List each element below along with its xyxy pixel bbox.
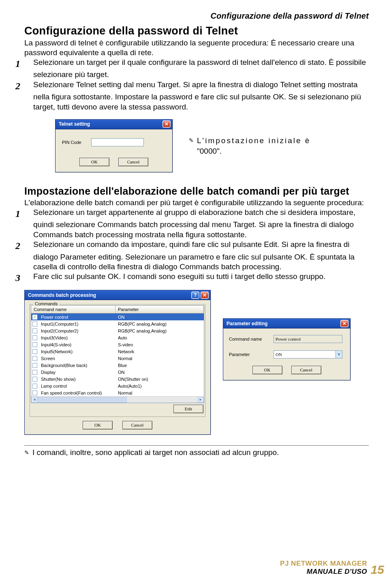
table-row[interactable]: Fan speed control(Fan control)Normal (31, 389, 204, 396)
step-text: Selezionare un target per il quale confi… (33, 58, 366, 79)
t: Edit (264, 240, 277, 249)
checkbox-icon[interactable]: ✓ (32, 315, 37, 320)
footer-brand: PJ NETWORK MANAGER MANUALE D'USO (280, 560, 367, 576)
t: Commands batch processing (33, 230, 133, 239)
brand-line1: PJ NETWORK MANAGER (280, 560, 367, 568)
scroll-thumb[interactable] (38, 397, 127, 403)
table-row[interactable]: Input5(Network)Network (31, 348, 204, 355)
brand-line2: MANUALE D'USO (280, 568, 367, 576)
table-row[interactable]: Input3(Video)Auto (31, 334, 204, 341)
cell-parameter: RGB(PC analog,Analog) (115, 322, 204, 326)
t: . Si apre la finestra di dialogo (254, 220, 354, 229)
commands-grid[interactable]: Command name Parameter ✓Power controlONI… (31, 305, 204, 403)
cell-command-name: Display (38, 370, 115, 375)
cancel-button[interactable]: Cancel (122, 421, 152, 429)
scroll-left-icon[interactable]: ◄ (31, 397, 38, 403)
t: L'impostazione iniziale è (197, 136, 310, 145)
t: Selezionare un comando da impostare, qui… (33, 240, 264, 249)
edit-button[interactable]: Edit (173, 405, 203, 413)
t: dal menu (197, 220, 233, 229)
footer-divider (24, 445, 369, 446)
t: I comandi, inoltre, sono applicati ai ta… (32, 448, 279, 457)
command-name-label: Command name (229, 337, 274, 341)
t: dal menu (122, 80, 158, 89)
t: Commands batch processing (180, 262, 279, 271)
parameter-value: ON (276, 352, 282, 357)
table-row[interactable]: ✓Power controlON (31, 313, 204, 320)
table-row[interactable]: Lamp controlAuto(Auto1) (31, 382, 204, 389)
commands-batch-dialog: Commands batch processing ? ✕ Commands C… (24, 290, 211, 435)
page-number: 15 (371, 563, 384, 577)
ok-button[interactable]: OK (83, 421, 113, 429)
scroll-right-icon[interactable]: ► (197, 397, 204, 403)
dialog-titlebar[interactable]: Telnet setting ✕ (56, 120, 172, 129)
t: OK (294, 253, 305, 261)
telnet-setting-dialog: Telnet setting ✕ PIN Code OK Cancel (55, 119, 173, 172)
t: OK (273, 92, 284, 101)
t: . I comandi sono eseguiti su tutti i tar… (119, 272, 325, 281)
cell-command-name: Input2(Computer2) (38, 328, 115, 333)
cell-command-name: Input4(S-video) (38, 342, 115, 347)
section2-step1: 1Selezionare un target appartenente al g… (24, 208, 369, 240)
ok-button[interactable]: OK (252, 366, 282, 374)
parameter-editing-dialog: Parameter editing ✕ Command name Paramet… (223, 318, 351, 380)
table-row[interactable]: Shutter(No show)ON(Shutter on) (31, 376, 204, 382)
checkbox-icon[interactable] (32, 322, 37, 326)
checkbox-icon[interactable] (32, 370, 37, 375)
section2-title: Impostazione dell'elaborazione delle bat… (24, 185, 369, 197)
section1-intro: La password di telnet è configurabile ut… (24, 38, 369, 58)
t: Selezionare (33, 80, 76, 89)
table-row[interactable]: ScreenNormal (31, 355, 204, 362)
cell-command-name: Input3(Video) (38, 335, 115, 340)
checkbox-icon[interactable] (32, 342, 37, 347)
table-row[interactable]: DisplayON (31, 369, 204, 376)
t: Fare clic sul pulsante (33, 272, 108, 281)
cell-command-name: Power control (38, 315, 115, 320)
ok-button[interactable]: OK (79, 158, 109, 166)
checkbox-icon[interactable] (32, 335, 37, 340)
cancel-button[interactable]: Cancel (118, 158, 148, 166)
checkbox-icon[interactable] (32, 391, 37, 395)
cell-parameter: RGB(PC analog,Analog) (115, 328, 204, 333)
table-row[interactable]: Input4(S-video)S-video (31, 341, 204, 348)
chevron-down-icon[interactable]: ▼ (336, 351, 342, 358)
horizontal-scrollbar[interactable]: ◄ ► (31, 396, 204, 403)
parameter-select[interactable]: ON ▼ (274, 350, 342, 358)
note-icon: ✎ (24, 449, 29, 458)
close-icon[interactable]: ✕ (162, 120, 171, 128)
checkbox-icon[interactable] (32, 328, 37, 333)
step-number: 1 (24, 208, 33, 220)
step-number: 2 (24, 80, 33, 92)
table-row[interactable]: Input2(Computer2)RGB(PC analog,Analog) (31, 327, 204, 334)
t: OK (108, 272, 119, 281)
table-row[interactable]: Input1(Computer1)RGB(PC analog,Analog) (31, 320, 204, 327)
pincode-input[interactable] (91, 138, 144, 146)
close-icon[interactable]: ✕ (340, 320, 348, 327)
cell-command-name: Input5(Network) (38, 349, 115, 354)
col-parameter[interactable]: Parameter (115, 306, 204, 313)
checkbox-icon[interactable] (32, 356, 37, 361)
cancel-button[interactable]: Cancel (291, 366, 321, 374)
cell-command-name: Shutter(No show) (38, 377, 115, 382)
help-icon[interactable]: ? (191, 292, 199, 299)
checkbox-icon[interactable] (32, 384, 37, 388)
command-name-field (274, 335, 342, 343)
t: Target (233, 220, 254, 229)
checkbox-icon[interactable] (32, 377, 37, 382)
close-icon[interactable]: ✕ (201, 292, 209, 299)
dialog-titlebar[interactable]: Parameter editing ✕ (223, 319, 350, 328)
dialog-title: Telnet setting (59, 121, 90, 127)
checkbox-icon[interactable] (32, 349, 37, 354)
table-row[interactable]: Background(Blue back)Blue (31, 362, 204, 369)
t: . (279, 262, 281, 271)
col-command-name[interactable]: Command name (31, 306, 115, 313)
t: "0000". (197, 147, 222, 155)
cell-parameter: S-video (115, 342, 204, 347)
checkbox-icon[interactable] (32, 363, 37, 368)
section2-intro: L'elaborazione delle batch comandi per p… (24, 198, 369, 208)
dialog-titlebar[interactable]: Commands batch processing ? ✕ (25, 290, 210, 300)
cell-command-name: Background(Blue back) (38, 363, 115, 368)
cell-parameter: Auto (115, 335, 204, 340)
cell-command-name: Input1(Computer1) (38, 322, 115, 326)
t: Commands batch processing (97, 220, 197, 229)
